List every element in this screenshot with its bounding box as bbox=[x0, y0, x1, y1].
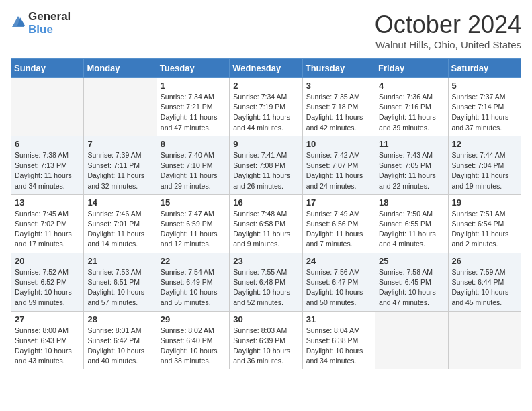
calendar-cell: 19Sunrise: 7:51 AMSunset: 6:54 PMDayligh… bbox=[448, 194, 521, 253]
day-number: 12 bbox=[452, 139, 517, 149]
calendar-cell: 14Sunrise: 7:46 AMSunset: 7:01 PMDayligh… bbox=[84, 194, 157, 253]
day-number: 2 bbox=[233, 81, 298, 91]
day-info: Sunrise: 7:35 AMSunset: 7:18 PMDaylight:… bbox=[306, 92, 371, 133]
day-number: 27 bbox=[15, 314, 80, 324]
calendar-cell: 10Sunrise: 7:42 AMSunset: 7:07 PMDayligh… bbox=[302, 136, 375, 194]
calendar-cell: 30Sunrise: 8:03 AMSunset: 6:39 PMDayligh… bbox=[230, 311, 302, 369]
day-number: 1 bbox=[161, 81, 226, 91]
calendar-cell: 5Sunrise: 7:37 AMSunset: 7:14 PMDaylight… bbox=[448, 78, 521, 136]
calendar-week-row: 13Sunrise: 7:45 AMSunset: 7:02 PMDayligh… bbox=[11, 194, 521, 253]
weekday-header: Friday bbox=[375, 59, 448, 78]
day-info: Sunrise: 7:34 AMSunset: 7:21 PMDaylight:… bbox=[161, 92, 226, 133]
calendar-cell: 6Sunrise: 7:38 AMSunset: 7:13 PMDaylight… bbox=[11, 136, 84, 194]
day-number: 31 bbox=[306, 314, 371, 324]
day-info: Sunrise: 7:47 AMSunset: 6:59 PMDaylight:… bbox=[161, 209, 226, 250]
day-number: 18 bbox=[379, 197, 444, 208]
day-number: 29 bbox=[161, 314, 226, 324]
weekday-header: Tuesday bbox=[157, 59, 229, 78]
day-number: 19 bbox=[452, 197, 517, 208]
day-info: Sunrise: 7:50 AMSunset: 6:55 PMDaylight:… bbox=[379, 209, 444, 250]
calendar-week-row: 6Sunrise: 7:38 AMSunset: 7:13 PMDaylight… bbox=[11, 136, 521, 194]
day-info: Sunrise: 7:58 AMSunset: 6:45 PMDaylight:… bbox=[379, 267, 444, 308]
calendar-cell: 16Sunrise: 7:48 AMSunset: 6:58 PMDayligh… bbox=[230, 194, 302, 253]
day-info: Sunrise: 8:02 AMSunset: 6:40 PMDaylight:… bbox=[161, 326, 226, 367]
day-number: 4 bbox=[379, 81, 444, 91]
calendar-cell: 29Sunrise: 8:02 AMSunset: 6:40 PMDayligh… bbox=[157, 311, 229, 369]
day-info: Sunrise: 7:45 AMSunset: 7:02 PMDaylight:… bbox=[15, 209, 80, 250]
day-number: 24 bbox=[306, 256, 371, 266]
calendar-header-row: SundayMondayTuesdayWednesdayThursdayFrid… bbox=[11, 59, 521, 78]
calendar-cell: 1Sunrise: 7:34 AMSunset: 7:21 PMDaylight… bbox=[157, 78, 229, 136]
day-number: 22 bbox=[161, 256, 226, 266]
logo-blue: Blue bbox=[28, 24, 71, 36]
calendar-cell: 27Sunrise: 8:00 AMSunset: 6:43 PMDayligh… bbox=[11, 311, 84, 369]
weekday-header: Monday bbox=[84, 59, 157, 78]
calendar-cell: 23Sunrise: 7:55 AMSunset: 6:48 PMDayligh… bbox=[230, 253, 302, 311]
calendar-cell: 21Sunrise: 7:53 AMSunset: 6:51 PMDayligh… bbox=[84, 253, 157, 311]
calendar-cell: 15Sunrise: 7:47 AMSunset: 6:59 PMDayligh… bbox=[157, 194, 229, 253]
location-title: Walnut Hills, Ohio, United States bbox=[375, 39, 521, 50]
day-number: 11 bbox=[379, 139, 444, 149]
weekday-header: Wednesday bbox=[230, 59, 302, 78]
day-number: 21 bbox=[87, 256, 152, 266]
day-info: Sunrise: 7:46 AMSunset: 7:01 PMDaylight:… bbox=[87, 209, 152, 250]
day-info: Sunrise: 7:52 AMSunset: 6:52 PMDaylight:… bbox=[15, 267, 80, 308]
day-number: 17 bbox=[306, 197, 371, 208]
day-info: Sunrise: 7:51 AMSunset: 6:54 PMDaylight:… bbox=[452, 209, 517, 250]
weekday-header: Saturday bbox=[448, 59, 521, 78]
day-number: 23 bbox=[233, 256, 298, 266]
calendar-cell: 9Sunrise: 7:41 AMSunset: 7:08 PMDaylight… bbox=[230, 136, 302, 194]
day-info: Sunrise: 7:59 AMSunset: 6:44 PMDaylight:… bbox=[452, 267, 517, 308]
day-info: Sunrise: 7:37 AMSunset: 7:14 PMDaylight:… bbox=[452, 92, 517, 133]
day-number: 28 bbox=[87, 314, 152, 324]
calendar-cell: 25Sunrise: 7:58 AMSunset: 6:45 PMDayligh… bbox=[375, 253, 448, 311]
day-number: 3 bbox=[306, 81, 371, 91]
day-number: 20 bbox=[15, 256, 80, 266]
month-title: October 2024 bbox=[375, 11, 521, 39]
calendar-cell: 7Sunrise: 7:39 AMSunset: 7:11 PMDaylight… bbox=[84, 136, 157, 194]
day-info: Sunrise: 8:00 AMSunset: 6:43 PMDaylight:… bbox=[15, 326, 80, 367]
day-info: Sunrise: 7:49 AMSunset: 6:56 PMDaylight:… bbox=[306, 209, 371, 250]
calendar-cell bbox=[448, 311, 521, 369]
title-block: October 2024 Walnut Hills, Ohio, United … bbox=[375, 11, 521, 50]
calendar-cell: 17Sunrise: 7:49 AMSunset: 6:56 PMDayligh… bbox=[302, 194, 375, 253]
day-info: Sunrise: 7:42 AMSunset: 7:07 PMDaylight:… bbox=[306, 150, 371, 191]
page-header: General Blue October 2024 Walnut Hills, … bbox=[11, 11, 521, 50]
calendar-cell: 3Sunrise: 7:35 AMSunset: 7:18 PMDaylight… bbox=[302, 78, 375, 136]
calendar-cell: 22Sunrise: 7:54 AMSunset: 6:49 PMDayligh… bbox=[157, 253, 229, 311]
day-info: Sunrise: 8:04 AMSunset: 6:38 PMDaylight:… bbox=[306, 326, 371, 367]
calendar-cell: 20Sunrise: 7:52 AMSunset: 6:52 PMDayligh… bbox=[11, 253, 84, 311]
calendar-cell: 2Sunrise: 7:34 AMSunset: 7:19 PMDaylight… bbox=[230, 78, 302, 136]
calendar-body: 1Sunrise: 7:34 AMSunset: 7:21 PMDaylight… bbox=[11, 78, 521, 369]
calendar-week-row: 1Sunrise: 7:34 AMSunset: 7:21 PMDaylight… bbox=[11, 78, 521, 136]
day-number: 8 bbox=[161, 139, 226, 149]
day-info: Sunrise: 7:36 AMSunset: 7:16 PMDaylight:… bbox=[379, 92, 444, 133]
day-info: Sunrise: 7:54 AMSunset: 6:49 PMDaylight:… bbox=[161, 267, 226, 308]
calendar-cell: 18Sunrise: 7:50 AMSunset: 6:55 PMDayligh… bbox=[375, 194, 448, 253]
logo-general: General bbox=[28, 11, 71, 24]
calendar-week-row: 20Sunrise: 7:52 AMSunset: 6:52 PMDayligh… bbox=[11, 253, 521, 311]
day-number: 13 bbox=[15, 197, 80, 208]
day-info: Sunrise: 7:53 AMSunset: 6:51 PMDaylight:… bbox=[87, 267, 152, 308]
day-number: 15 bbox=[161, 197, 226, 208]
day-info: Sunrise: 7:44 AMSunset: 7:04 PMDaylight:… bbox=[452, 150, 517, 191]
weekday-header: Sunday bbox=[11, 59, 84, 78]
calendar-cell bbox=[375, 311, 448, 369]
day-info: Sunrise: 7:40 AMSunset: 7:10 PMDaylight:… bbox=[161, 150, 226, 191]
calendar-cell: 4Sunrise: 7:36 AMSunset: 7:16 PMDaylight… bbox=[375, 78, 448, 136]
day-info: Sunrise: 7:55 AMSunset: 6:48 PMDaylight:… bbox=[233, 267, 298, 308]
day-info: Sunrise: 7:39 AMSunset: 7:11 PMDaylight:… bbox=[87, 150, 152, 191]
calendar-cell: 26Sunrise: 7:59 AMSunset: 6:44 PMDayligh… bbox=[448, 253, 521, 311]
day-number: 10 bbox=[306, 139, 371, 149]
logo-icon bbox=[11, 15, 26, 30]
day-info: Sunrise: 8:03 AMSunset: 6:39 PMDaylight:… bbox=[233, 326, 298, 367]
calendar-cell: 28Sunrise: 8:01 AMSunset: 6:42 PMDayligh… bbox=[84, 311, 157, 369]
day-number: 16 bbox=[233, 197, 298, 208]
calendar-cell: 24Sunrise: 7:56 AMSunset: 6:47 PMDayligh… bbox=[302, 253, 375, 311]
day-info: Sunrise: 7:38 AMSunset: 7:13 PMDaylight:… bbox=[15, 150, 80, 191]
calendar-cell: 8Sunrise: 7:40 AMSunset: 7:10 PMDaylight… bbox=[157, 136, 229, 194]
day-number: 5 bbox=[452, 81, 517, 91]
calendar-cell bbox=[84, 78, 157, 136]
day-info: Sunrise: 7:41 AMSunset: 7:08 PMDaylight:… bbox=[233, 150, 298, 191]
day-info: Sunrise: 7:43 AMSunset: 7:05 PMDaylight:… bbox=[379, 150, 444, 191]
